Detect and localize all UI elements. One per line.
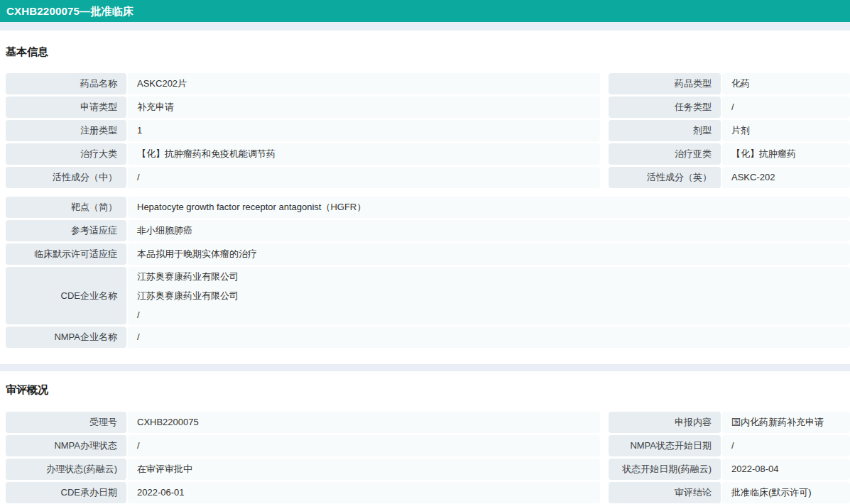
table-row: CDE企业名称江苏奥赛康药业有限公司江苏奥赛康药业有限公司/ — [6, 267, 850, 324]
basic-info-fullwidth-table: 靶点（简）Hepatocyte growth factor receptor a… — [6, 197, 850, 348]
field-label: 申报内容 — [609, 412, 721, 433]
review-right-table: 申报内容国内化药新药补充申请NMPA状态开始日期/状态开始日期(药融云)2022… — [609, 412, 850, 504]
field-label: 办理状态(药融云) — [6, 459, 126, 480]
table-row: 审评结论批准临床(默示许可) — [609, 482, 850, 503]
table-row: 申请类型补充申请 — [6, 97, 600, 118]
page-title-bar: CXHB2200075—批准临床 — [0, 0, 850, 22]
table-row: 状态开始日期(药融云)2022-08-04 — [609, 459, 850, 480]
field-value: 化药 — [722, 73, 850, 94]
field-value: 【化】抗肿瘤药 — [722, 143, 850, 165]
table-row: NMPA状态开始日期/ — [609, 435, 850, 456]
field-value: 2022-08-04 — [722, 459, 850, 480]
review-left-table: 受理号CXHB2200075NMPA办理状态/办理状态(药融云)在审评审批中CD… — [6, 412, 600, 504]
field-label: NMPA状态开始日期 — [609, 435, 721, 456]
basic-info-right-table: 药品类型化药任务类型/剂型片剂治疗亚类【化】抗肿瘤药活性成分（英）ASKC-20… — [609, 73, 850, 190]
table-row: 治疗大类【化】抗肿瘤药和免疫机能调节药 — [6, 143, 600, 165]
section-divider-band — [0, 364, 850, 371]
field-value-line: 江苏奥赛康药业有限公司 — [137, 286, 850, 305]
field-value-line: / — [137, 305, 850, 324]
field-label: 受理号 — [6, 412, 126, 433]
basic-info-grid: 药品名称ASKC202片申请类型补充申请注册类型1治疗大类【化】抗肿瘤药和免疫机… — [6, 73, 850, 190]
field-value: Hepatocyte growth factor receptor antago… — [128, 197, 850, 218]
table-row: 药品名称ASKC202片 — [6, 73, 600, 94]
section-heading-review-overview: 审评概况 — [6, 383, 850, 397]
field-label: 注册类型 — [6, 120, 126, 141]
table-row: CDE承办日期2022-06-01 — [6, 482, 600, 503]
table-row: 活性成分（中）/ — [6, 167, 600, 188]
field-label: 药品名称 — [6, 73, 126, 94]
field-value: / — [722, 435, 850, 456]
table-row: 参考适应症非小细胞肺癌 — [6, 220, 850, 241]
basic-info-left-table: 药品名称ASKC202片申请类型补充申请注册类型1治疗大类【化】抗肿瘤药和免疫机… — [6, 73, 600, 190]
field-value-line: 江苏奥赛康药业有限公司 — [137, 267, 850, 286]
field-label: CDE企业名称 — [6, 267, 126, 324]
field-value: 在审评审批中 — [128, 459, 600, 480]
table-row: 靶点（简）Hepatocyte growth factor receptor a… — [6, 197, 850, 218]
table-row: 办理状态(药融云)在审评审批中 — [6, 459, 600, 480]
field-label: 申请类型 — [6, 97, 126, 118]
field-value: ASKC202片 — [128, 73, 600, 94]
field-label: NMPA办理状态 — [6, 435, 126, 456]
field-label: 活性成分（英） — [609, 167, 721, 188]
table-row: 药品类型化药 — [609, 73, 850, 94]
field-label: 治疗亚类 — [609, 143, 721, 165]
field-value: 本品拟用于晚期实体瘤的治疗 — [128, 243, 850, 265]
field-value: 补充申请 — [128, 97, 600, 118]
table-row: 任务类型/ — [609, 97, 850, 118]
table-row: 受理号CXHB2200075 — [6, 412, 600, 433]
field-label: 活性成分（中） — [6, 167, 126, 188]
field-value: CXHB2200075 — [128, 412, 600, 433]
field-label: 剂型 — [609, 120, 721, 141]
table-row: 治疗亚类【化】抗肿瘤药 — [609, 143, 850, 165]
field-value: ASKC-202 — [722, 167, 850, 188]
table-row: NMPA办理状态/ — [6, 435, 600, 456]
page-title: CXHB2200075—批准临床 — [6, 5, 134, 17]
field-value: / — [128, 327, 850, 348]
field-label: 药品类型 — [609, 73, 721, 94]
field-label: 任务类型 — [609, 97, 721, 118]
field-value: 江苏奥赛康药业有限公司江苏奥赛康药业有限公司/ — [128, 267, 850, 324]
field-value: / — [722, 97, 850, 118]
field-label: 参考适应症 — [6, 220, 126, 241]
table-row: 注册类型1 — [6, 120, 600, 141]
field-label: 状态开始日期(药融云) — [609, 459, 721, 480]
field-value: 批准临床(默示许可) — [722, 482, 850, 503]
field-value: 2022-06-01 — [128, 482, 600, 503]
field-value: 1 — [128, 120, 600, 141]
table-row: NMPA企业名称/ — [6, 327, 850, 348]
field-value: 【化】抗肿瘤药和免疫机能调节药 — [128, 143, 600, 165]
field-value: 国内化药新药补充申请 — [722, 412, 850, 433]
review-overview-grid: 受理号CXHB2200075NMPA办理状态/办理状态(药融云)在审评审批中CD… — [6, 412, 850, 504]
field-label: NMPA企业名称 — [6, 327, 126, 348]
field-label: 靶点（简） — [6, 197, 126, 218]
header-divider-band — [0, 22, 850, 31]
table-row: 申报内容国内化药新药补充申请 — [609, 412, 850, 433]
field-label: 临床默示许可适应症 — [6, 243, 126, 265]
field-value: / — [128, 167, 600, 188]
table-row: 临床默示许可适应症本品拟用于晚期实体瘤的治疗 — [6, 243, 850, 265]
field-value: 非小细胞肺癌 — [128, 220, 850, 241]
field-value: 片剂 — [722, 120, 850, 141]
field-label: 治疗大类 — [6, 143, 126, 165]
field-value: / — [128, 435, 600, 456]
table-row: 剂型片剂 — [609, 120, 850, 141]
section-heading-basic-info: 基本信息 — [6, 45, 850, 59]
field-label: CDE承办日期 — [6, 482, 126, 503]
table-row: 活性成分（英）ASKC-202 — [609, 167, 850, 188]
field-label: 审评结论 — [609, 482, 721, 503]
